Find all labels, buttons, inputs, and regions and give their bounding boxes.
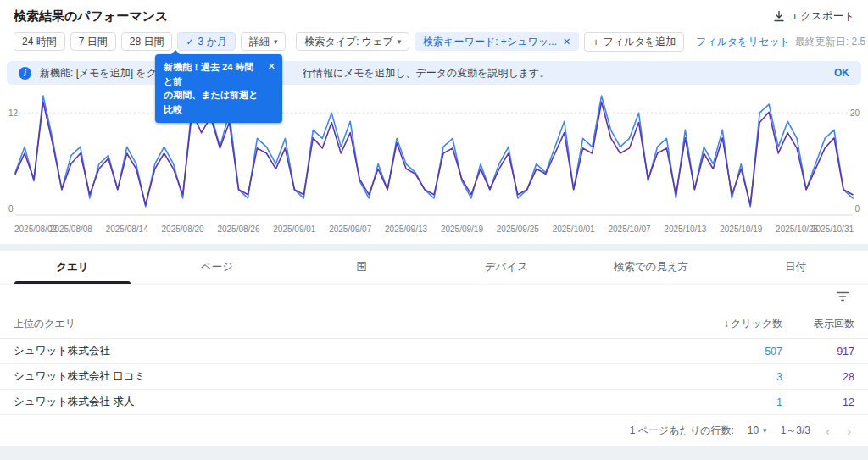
impressions-column-header[interactable]: 表示回数 — [782, 317, 854, 331]
range-28d-button[interactable]: 28 日間 — [121, 32, 173, 51]
next-page-button[interactable]: › — [845, 424, 853, 437]
add-filter-button[interactable]: + フィルタを追加 — [584, 32, 684, 52]
close-icon[interactable]: ✕ — [563, 37, 570, 47]
export-button[interactable]: エクスポート — [773, 9, 854, 24]
search-performance-page: 検索結果のパフォーマンス エクスポート 24 時間 7 日間 28 日間 ✓ 3… — [0, 0, 868, 460]
query-cell: シュワット株式会社 — [14, 344, 681, 358]
range-24h-button[interactable]: 24 時間 — [14, 32, 65, 51]
queries-column-header[interactable]: 上位のクエリ — [14, 317, 681, 331]
impressions-line — [15, 102, 853, 205]
info-banner: i 新機能: [メモを追加] をクリックするか 行情報にメモを追加し、データの変… — [7, 61, 861, 85]
add-filter-label: フィルタを追加 — [604, 36, 676, 47]
reset-filters-link[interactable]: フィルタをリセット — [696, 35, 790, 49]
table-toolbar — [0, 285, 868, 310]
range-3m-label: 3 か月 — [198, 36, 227, 47]
rows-per-page-select[interactable]: 10 ▾ — [748, 424, 767, 436]
table-row[interactable]: シュワット株式会社 求人 1 12 — [0, 390, 868, 415]
tab-queries[interactable]: クエリ — [0, 251, 145, 284]
table-row[interactable]: シュワット株式会社 口コミ 3 28 — [0, 364, 868, 390]
banner-text-left: 新機能: [メモを追加] をクリックするか — [40, 66, 167, 80]
plus-icon: + — [593, 36, 599, 47]
performance-chart[interactable]: 1202002025/08/022025/08/082025/08/142025… — [7, 88, 861, 242]
check-icon: ✓ — [186, 37, 193, 47]
svg-text:2025/08/14: 2025/08/14 — [106, 224, 148, 234]
table-card: クエリ ページ 国 デバイス 検索での見え方 日付 上位のクエリ ↓クリック数 … — [0, 251, 868, 446]
clicks-cell: 1 — [681, 396, 782, 408]
impressions-cell: 28 — [782, 371, 854, 383]
svg-text:2025/10/13: 2025/10/13 — [664, 224, 706, 234]
svg-text:2025/09/13: 2025/09/13 — [385, 224, 427, 234]
svg-text:2025/10/19: 2025/10/19 — [720, 224, 762, 234]
svg-text:2025/08/20: 2025/08/20 — [162, 224, 204, 234]
tab-dates[interactable]: 日付 — [723, 251, 868, 284]
pagination: 1 ページあたりの行数: 10 ▾ 1～3/3 ‹ › — [0, 415, 868, 446]
page-title: 検索結果のパフォーマンス — [14, 8, 168, 25]
banner-text-right: 行情報にメモを追加し、データの変動を説明します。 — [303, 66, 549, 80]
svg-text:12: 12 — [8, 108, 19, 118]
search-type-label: 検索タイプ: ウェブ — [304, 36, 392, 47]
prev-page-button[interactable]: ‹ — [824, 424, 832, 437]
rows-per-page-label: 1 ページあたりの行数: — [630, 424, 734, 438]
tab-countries[interactable]: 国 — [289, 251, 434, 284]
keyword-filter-label: 検索キーワード: +シュワッ... — [423, 36, 557, 47]
chart-card: i 新機能: [メモを追加] をクリックするか 行情報にメモを追加し、データの変… — [0, 54, 868, 244]
chevron-down-icon: ▾ — [763, 427, 767, 435]
query-cell: シュワット株式会社 求人 — [14, 395, 681, 409]
impressions-cell: 917 — [782, 346, 854, 357]
clicks-cell: 3 — [681, 371, 782, 383]
svg-text:2025/09/25: 2025/09/25 — [497, 224, 539, 234]
clicks-header-label: クリック数 — [731, 318, 782, 330]
query-cell: シュワット株式会社 口コミ — [14, 369, 681, 384]
custom-range-label: 詳細 — [249, 36, 270, 47]
keyword-filter-chip[interactable]: 検索キーワード: +シュワッ... ✕ — [415, 32, 579, 51]
tooltip-line1: 新機能！過去 24 時間と前 — [164, 60, 262, 88]
clicks-column-header[interactable]: ↓クリック数 — [681, 317, 782, 331]
svg-text:2025/09/19: 2025/09/19 — [441, 224, 483, 234]
tab-devices[interactable]: デバイス — [434, 251, 579, 284]
svg-text:20: 20 — [850, 108, 860, 118]
custom-range-button[interactable]: 詳細 ▾ — [241, 32, 287, 51]
tab-search-appearance[interactable]: 検索での見え方 — [579, 251, 724, 284]
download-icon — [773, 10, 785, 22]
range-3m-button[interactable]: ✓ 3 か月 — [177, 32, 236, 51]
svg-text:2025/10/07: 2025/10/07 — [609, 224, 651, 234]
dimension-tabs: クエリ ページ 国 デバイス 検索での見え方 日付 — [0, 251, 868, 285]
svg-text:2025/10/01: 2025/10/01 — [553, 224, 595, 234]
last-updated-text: 最終更新日: 2.5 時間前 — [795, 35, 868, 49]
svg-text:2025/10/31: 2025/10/31 — [811, 224, 854, 234]
svg-text:0: 0 — [8, 204, 14, 213]
table-row[interactable]: シュワット株式会社 507 917 — [0, 339, 868, 364]
clicks-cell: 507 — [681, 346, 782, 357]
chevron-down-icon: ▾ — [398, 38, 402, 46]
svg-text:2025/09/01: 2025/09/01 — [273, 224, 315, 234]
svg-text:2025/08/26: 2025/08/26 — [217, 224, 259, 234]
tooltip-close-icon[interactable]: ✕ — [268, 60, 275, 116]
info-icon: i — [19, 67, 31, 80]
tooltip-line2: の期間、または前週と比較 — [164, 88, 262, 116]
svg-text:0: 0 — [854, 204, 860, 213]
banner-ok-button[interactable]: OK — [834, 67, 849, 79]
export-label: エクスポート — [790, 9, 854, 24]
chevron-down-icon: ▾ — [274, 38, 278, 46]
impressions-cell: 12 — [782, 396, 854, 408]
range-7d-button[interactable]: 7 日間 — [70, 32, 116, 51]
tab-pages[interactable]: ページ — [145, 251, 290, 284]
svg-text:2025/08/08: 2025/08/08 — [50, 224, 92, 234]
search-type-dropdown[interactable]: 検索タイプ: ウェブ ▾ — [296, 32, 409, 51]
svg-text:2025/09/07: 2025/09/07 — [329, 224, 371, 234]
rows-per-page-value: 10 — [748, 424, 759, 436]
tooltip-text: 新機能！過去 24 時間と前 の期間、または前週と比較 — [164, 60, 262, 116]
clicks-line — [15, 96, 853, 207]
table-header-row: 上位のクエリ ↓クリック数 表示回数 — [0, 310, 868, 339]
page-background — [0, 446, 868, 460]
table-filter-button[interactable] — [834, 289, 851, 307]
sort-desc-icon: ↓ — [724, 318, 729, 330]
filter-bar: 24 時間 7 日間 28 日間 ✓ 3 か月 詳細 ▾ 検索タイプ: ウェブ … — [0, 29, 868, 54]
section-divider — [0, 244, 868, 251]
header: 検索結果のパフォーマンス エクスポート — [0, 0, 868, 29]
new-feature-tooltip: 新機能！過去 24 時間と前 の期間、または前週と比較 ✕ — [155, 54, 282, 123]
pagination-range: 1～3/3 — [781, 424, 810, 438]
filter-icon — [836, 291, 849, 302]
